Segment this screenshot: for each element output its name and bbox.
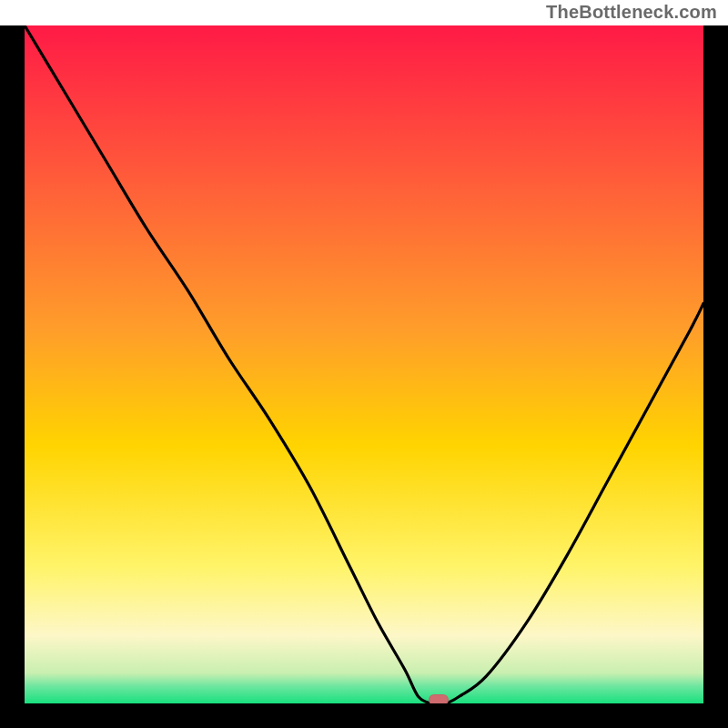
svg-rect-0	[25, 25, 703, 703]
optimum-marker	[429, 694, 449, 703]
attribution-text: TheBottleneck.com	[546, 2, 717, 23]
chart-container: TheBottleneck.com	[0, 0, 728, 728]
plot-frame	[0, 25, 728, 728]
plot-area	[25, 25, 703, 703]
background-gradient	[25, 25, 703, 703]
